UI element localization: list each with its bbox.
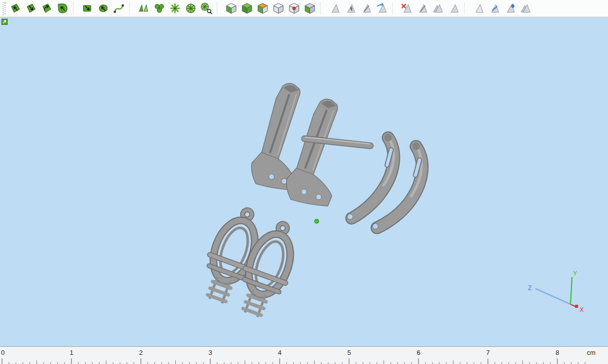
toolbar-separator — [464, 3, 468, 15]
ruler-number: 1 — [69, 349, 73, 356]
plane-blank-icon[interactable] — [328, 2, 341, 16]
cube-solid-green-icon[interactable] — [240, 2, 254, 16]
toolbar-separator — [217, 3, 221, 15]
plane-blue-curve-icon[interactable] — [487, 2, 501, 16]
spoked-wheel-icon[interactable] — [184, 2, 198, 16]
wheel-magnifier-icon[interactable] — [200, 2, 213, 16]
plane-blue-arrow-icon[interactable] — [375, 2, 389, 16]
model-part-lever-right[interactable] — [286, 99, 337, 206]
plane-copy-icon[interactable] — [431, 2, 445, 16]
plane-blue-drop-icon[interactable] — [503, 2, 517, 16]
ruler-number: 6 — [416, 349, 420, 356]
axis-y-label: Y — [573, 270, 577, 277]
scene-canvas[interactable]: Y X Z — [0, 17, 608, 346]
axis-z-label: Z — [528, 285, 531, 292]
surface-arrow-up-icon[interactable] — [9, 2, 22, 16]
toolbar-separator — [392, 3, 396, 15]
cube-red-dot-icon[interactable] — [287, 2, 301, 16]
toolbar-separator — [73, 3, 77, 15]
freeform-region-arrow-icon[interactable] — [96, 2, 110, 16]
axis-x-marker — [575, 305, 578, 308]
plane-stack-icon[interactable] — [519, 2, 533, 16]
application-window: Y X Z 012345678cm — [0, 0, 608, 364]
surface-arrow-down-icon[interactable] — [24, 2, 38, 16]
pivot-point-marker — [315, 219, 319, 223]
plane-bolt-icon[interactable] — [344, 2, 357, 16]
plane-tilt-icon[interactable] — [447, 2, 461, 16]
patch-region-arrow-icon[interactable] — [81, 2, 94, 16]
axis-x-label: X — [580, 306, 584, 313]
toolbar-icons — [9, 2, 533, 16]
cube-orange-top-icon[interactable] — [256, 2, 270, 16]
axis-triad: Y X Z — [528, 270, 584, 313]
plane-delete-icon[interactable] — [400, 2, 413, 16]
spline-curve-icon[interactable] — [112, 2, 126, 16]
cube-gray-green-icon[interactable] — [303, 2, 317, 16]
plane-section-line-icon[interactable] — [359, 2, 373, 16]
plane-shift-icon[interactable] — [415, 2, 429, 16]
ruler-canvas: 012345678cm — [0, 347, 608, 364]
axis-z-line — [536, 289, 571, 304]
viewport-3d[interactable]: Y X Z — [0, 17, 608, 346]
main-toolbar — [0, 0, 608, 17]
ruler-number: 5 — [347, 349, 351, 356]
ruler-number: 4 — [278, 349, 281, 356]
toolbar-separator — [320, 3, 324, 15]
cube-wireframe-icon[interactable] — [272, 2, 285, 16]
clover-surfaces-icon[interactable] — [153, 2, 166, 16]
ruler-unit-label: cm — [587, 349, 595, 356]
toolbar-drag-handle[interactable] — [2, 2, 6, 15]
star-burst-icon[interactable] — [168, 2, 182, 16]
surface-rotate-arrow-icon[interactable] — [40, 2, 54, 16]
plane-light-icon[interactable] — [472, 2, 485, 16]
axis-y-line — [571, 277, 572, 304]
ruler-number: 7 — [486, 349, 489, 356]
ruler-number: 3 — [208, 349, 212, 356]
ruler: 012345678cm — [0, 346, 608, 364]
ruler-number: 8 — [555, 349, 559, 356]
toolbar-separator — [129, 3, 133, 15]
leaf-surface-arrow-icon[interactable] — [56, 2, 69, 16]
ruler-number: 2 — [139, 349, 142, 356]
ruler-number: 0 — [1, 349, 5, 356]
surface-pair-icon[interactable] — [137, 2, 150, 16]
cube-green-face-icon[interactable] — [224, 2, 238, 16]
